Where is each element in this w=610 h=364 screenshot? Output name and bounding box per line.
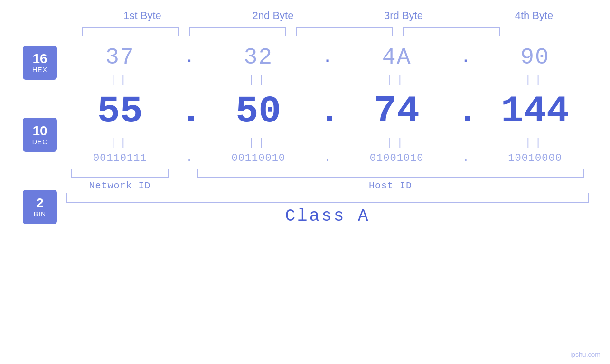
bin-dot-3: . <box>456 152 475 164</box>
bin-dot-2: . <box>318 152 337 164</box>
eq2-b1: || <box>73 137 168 149</box>
hex-dot-1: . <box>180 48 199 67</box>
base-labels: 16 HEX 10 DEC 2 BIN <box>23 46 57 224</box>
hex-dot-3: . <box>456 48 475 67</box>
values-area: 37 . 32 . 4A . 90 <box>66 41 610 226</box>
main-container: 1st Byte 2nd Byte 3rd Byte 4th Byte 16 H… <box>0 0 610 364</box>
bin-row: 00110111 . 00110010 . 01001010 . 1001000… <box>66 152 589 164</box>
eq1-b2: || <box>211 74 306 86</box>
bottom-brackets <box>66 169 589 178</box>
bin-b1: 00110111 <box>73 152 168 164</box>
bin-b2: 00110010 <box>211 152 306 164</box>
bin-b4: 10010000 <box>488 152 582 164</box>
bottom-bracket-host <box>197 169 584 178</box>
hex-row: 37 . 32 . 4A . 90 <box>66 45 589 70</box>
hex-name: HEX <box>32 66 47 74</box>
bin-name: BIN <box>34 210 46 218</box>
eq1-b1: || <box>73 74 168 86</box>
dec-b1: 55 <box>73 90 168 133</box>
top-brackets <box>77 27 600 36</box>
bin-badge: 2 BIN <box>23 190 57 224</box>
eq1-b4: || <box>488 74 582 86</box>
byte-headers: 1st Byte 2nd Byte 3rd Byte 4th Byte <box>77 9 600 22</box>
id-labels: Network ID Host ID <box>66 180 589 191</box>
dec-row: 55 . 50 . 74 . 144 <box>66 90 589 133</box>
bin-num: 2 <box>36 196 44 211</box>
dec-dot-1: . <box>180 90 199 133</box>
byte4-header: 4th Byte <box>482 9 586 22</box>
dec-badge: 10 DEC <box>23 118 57 152</box>
dec-dot-3: . <box>456 90 475 133</box>
dec-b2: 50 <box>211 90 306 133</box>
class-label: Class A <box>285 206 370 226</box>
dec-dot-2: . <box>318 90 337 133</box>
top-bracket-2 <box>189 27 286 36</box>
bin-b3: 01001010 <box>349 152 444 164</box>
host-id-label: Host ID <box>192 180 589 191</box>
dec-name: DEC <box>32 138 48 146</box>
hex-b1: 37 <box>73 45 168 70</box>
eq2-b3: || <box>349 137 444 149</box>
eq2-b2: || <box>211 137 306 149</box>
equals-row-1: || || || || <box>66 74 589 86</box>
hex-dot-2: . <box>318 48 337 67</box>
dec-b4: 144 <box>488 90 582 133</box>
class-bracket <box>66 193 589 203</box>
dec-b3: 74 <box>349 90 444 133</box>
top-bracket-4 <box>403 27 500 36</box>
bin-dot-1: . <box>180 152 199 164</box>
hex-b4: 90 <box>488 45 582 70</box>
top-bracket-1 <box>82 27 179 36</box>
bottom-bracket-network <box>71 169 169 178</box>
dec-num: 10 <box>32 124 47 139</box>
hex-num: 16 <box>32 52 47 66</box>
network-id-label: Network ID <box>66 180 173 191</box>
hex-b3: 4A <box>349 45 444 70</box>
byte1-header: 1st Byte <box>90 9 195 22</box>
watermark: ipshu.com <box>570 351 601 358</box>
eq2-b4: || <box>488 137 582 149</box>
class-label-row: Class A <box>66 206 589 226</box>
byte2-header: 2nd Byte <box>221 9 325 22</box>
top-bracket-3 <box>296 27 393 36</box>
hex-b2: 32 <box>211 45 306 70</box>
eq1-b3: || <box>349 74 444 86</box>
hex-badge: 16 HEX <box>23 46 57 80</box>
byte3-header: 3rd Byte <box>351 9 456 22</box>
equals-row-2: || || || || <box>66 137 589 149</box>
main-area: 16 HEX 10 DEC 2 BIN 37 . <box>0 41 610 226</box>
